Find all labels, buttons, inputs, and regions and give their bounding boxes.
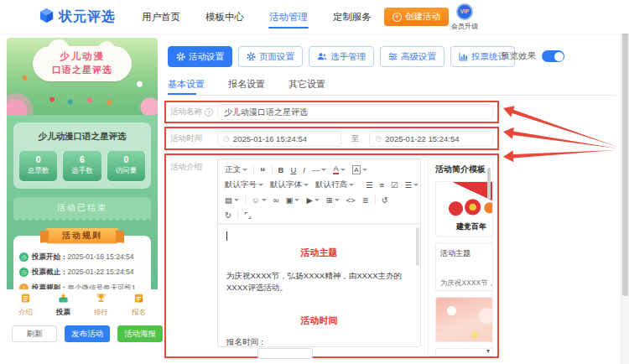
button-label: 选手管理 [330, 51, 366, 63]
arrow-to-intro-field [503, 150, 616, 162]
chevron-down-icon [349, 184, 354, 186]
phone-preview-panel: 少儿动漫 口语之星评选 少儿动漫口语之星评选 0 总票数 6 选手数 0 访问量 [7, 38, 158, 318]
create-activity-button[interactable]: + 创建活动 [384, 8, 449, 26]
rule-value: 2025-01-16 15:24:54 [68, 252, 146, 262]
underline-button[interactable]: U [287, 163, 299, 176]
task-list-button[interactable]: ☑ [387, 178, 402, 191]
font-size-dropdown[interactable]: 默认字号 [221, 178, 267, 191]
ordered-list-button[interactable]: ≡ [377, 178, 388, 191]
strikethrough-dropdown[interactable]: — [309, 163, 330, 176]
indent-dropdown[interactable]: ▤ [221, 193, 242, 206]
page-settings-button[interactable]: 页面设置 [238, 46, 303, 67]
vip-upgrade[interactable]: VIP 会员升级 [450, 3, 480, 31]
template-card-pink[interactable] [435, 297, 493, 342]
template-card-text[interactable]: 活动主题 为庆祝XXXX节，弘扬 [435, 242, 493, 291]
template-card-partial[interactable] [435, 348, 493, 356]
end-time-input[interactable]: ◷ 2025-01-22 15:24:54 [369, 131, 493, 147]
people-icon [317, 52, 327, 61]
activity-settings-button[interactable]: 活动设置 [168, 46, 232, 67]
tab-vote[interactable]: 投票 [44, 289, 82, 318]
clock-icon: ◷ [19, 268, 29, 277]
tab-ranking[interactable]: 排行 [82, 289, 120, 318]
tab-intro[interactable]: 介绍 [7, 289, 44, 318]
highlight-color-dropdown[interactable]: A [349, 163, 371, 176]
template-panel-scrollbar[interactable] [487, 168, 491, 200]
undo-button[interactable]: ↺ [378, 193, 392, 206]
tab-signup[interactable]: 报名 [120, 289, 158, 318]
rules-ribbon: 活动规则 [45, 228, 119, 243]
sliders-icon [388, 52, 398, 61]
bold-button[interactable]: B [275, 163, 288, 176]
editor-paragraph: 为庆祝XXXX节，弘扬XXXX精神，由XXXX主办的XXXX评选活动。 [226, 270, 412, 294]
code-button[interactable]: <> [343, 193, 359, 206]
fullscreen-button[interactable]: ⌜⌟ [241, 208, 255, 221]
activity-banner-image: 少儿动漫 口语之星评选 [7, 38, 158, 115]
video-dropdown[interactable]: ▶ [303, 193, 322, 206]
font-color-dropdown[interactable]: A [330, 163, 348, 176]
page-scrollbar[interactable] [621, 0, 629, 364]
align-dropdown[interactable]: ☰ [402, 178, 423, 191]
menu-item-home[interactable]: 用户首页 [129, 0, 193, 34]
chevron-down-icon [314, 199, 320, 201]
menu-item-activities[interactable]: 活动管理 [257, 0, 320, 34]
ticket-scallop-edge [13, 218, 151, 222]
paragraph-style-dropdown[interactable]: 正文 [221, 163, 251, 176]
menu-item-templates[interactable]: 模板中心 [193, 0, 257, 34]
publish-activity-button[interactable]: 发布活动 [65, 325, 110, 342]
font-family-dropdown[interactable]: 默认字体 [267, 178, 312, 191]
contestant-management-button[interactable]: 选手管理 [309, 46, 374, 67]
line-height-dropdown[interactable]: 默认行高 [312, 178, 357, 191]
activity-name-label: 活动名称 [170, 107, 202, 117]
template-thumbnail [436, 298, 493, 341]
help-icon[interactable]: ? [205, 108, 213, 117]
arrow-to-time-field [503, 127, 617, 148]
editor-column: 正文 “ B U I — A A 默认字号 默认字体 默认行高 ☰ [217, 159, 421, 353]
bullet-list-button[interactable]: ☰ [362, 178, 377, 191]
status-banner-text: 活动已结束 [13, 197, 151, 218]
table-dropdown[interactable]: ⊞ [323, 193, 343, 206]
partial-button-below-editor[interactable] [257, 348, 313, 359]
tab-other-settings[interactable]: 其它设置 [289, 78, 325, 95]
intro-template-panel: 活动简介模板 建党百年 活动主题 为庆祝XXXX节，弘扬 ▾ [428, 159, 493, 356]
app-logo[interactable]: 状元评选 [39, 8, 116, 27]
time-to-separator: 至 [341, 133, 370, 144]
tab-signup-settings[interactable]: 报名设置 [228, 78, 265, 95]
advanced-settings-button[interactable]: 高级设置 [380, 46, 444, 67]
menu-item-custom-service[interactable]: 定制服务 [320, 0, 384, 34]
tab-label: 排行 [82, 308, 120, 318]
button-label: 高级设置 [401, 51, 436, 63]
redo-button[interactable]: ↻ [221, 208, 235, 221]
tab-basic-settings[interactable]: 基本设置 [168, 78, 205, 95]
scroll-down-caret-icon[interactable]: ▾ [486, 347, 490, 355]
image-dropdown[interactable]: ▣ [282, 193, 303, 206]
activity-name-input[interactable]: 少儿动漫口语之星评选 [217, 104, 493, 120]
stat-visits: 0 访问量 [107, 150, 146, 182]
chevron-down-icon [294, 199, 299, 201]
refresh-button[interactable]: 刷新 [12, 325, 57, 342]
chevron-down-icon [335, 199, 340, 201]
blockquote-button[interactable]: “ [257, 163, 269, 176]
rule-value: 2025-01-22 15:24:54 [68, 267, 146, 277]
preview-toggle-switch[interactable] [542, 50, 564, 62]
link-button[interactable]: ∞ [270, 193, 283, 206]
emoji-dropdown[interactable]: ☺ [248, 193, 270, 206]
activity-intro-label-group: 活动介绍 [170, 159, 217, 173]
plus-icon: + [392, 13, 402, 22]
divider-button[interactable]: ≣ [359, 193, 372, 206]
chevron-down-icon [321, 169, 326, 171]
chevron-down-icon [413, 184, 418, 186]
start-time-input[interactable]: ◷ 2025-01-16 15:24:54 [217, 131, 341, 147]
italic-button[interactable]: I [299, 163, 309, 176]
activity-poster-button[interactable]: 活动海报 [117, 325, 163, 342]
chevron-down-icon [362, 169, 367, 171]
template-panel-title: 活动简介模板 [435, 164, 486, 175]
editor-content-area[interactable]: 活动主题 为庆祝XXXX节，弘扬XXXX精神，由XXXX主办的XXXX评选活动。… [218, 224, 420, 346]
editor-scrollbar[interactable] [416, 227, 419, 266]
rule-vote-end: ◷ 投票截止： 2025-01-22 15:24:54 [19, 267, 145, 277]
editor-heading: 活动主题 [226, 247, 412, 259]
activity-intro-label: 活动介绍 [170, 162, 202, 173]
top-navbar: 状元评选 用户首页 模板中心 活动管理 定制服务 帮助中心 + 创建活动 VIP… [0, 0, 629, 34]
scrollbar-thumb[interactable] [622, 7, 628, 296]
vip-badge-icon: VIP [456, 3, 473, 20]
template-card-party[interactable]: 建党百年 [435, 181, 493, 237]
